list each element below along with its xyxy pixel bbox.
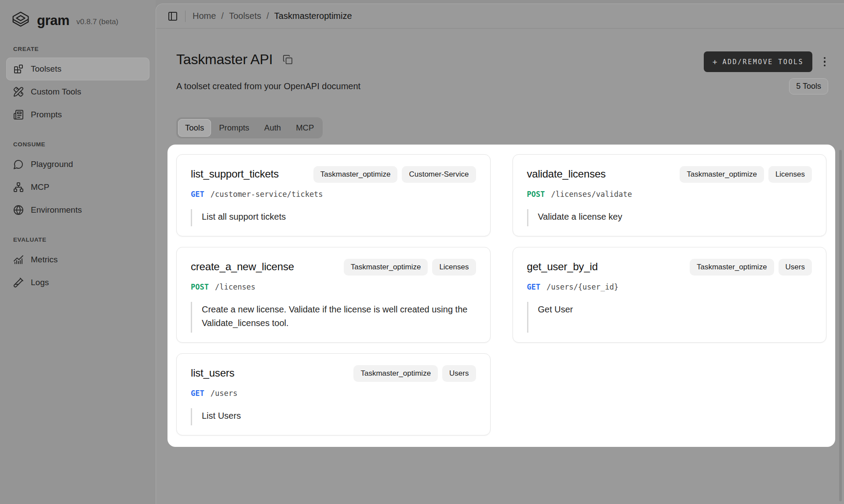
- tool-name: list_users: [191, 365, 234, 379]
- sidebar-item-playground[interactable]: Playground: [6, 153, 149, 176]
- scrollbar[interactable]: [839, 150, 842, 501]
- group-badge: Users: [442, 365, 476, 382]
- tool-name: create_a_new_license: [191, 259, 294, 273]
- tool-description: Validate a license key: [527, 209, 808, 226]
- chart-icon: [13, 254, 24, 265]
- test-tube-icon: [13, 277, 24, 288]
- kebab-menu-icon[interactable]: [821, 57, 828, 67]
- sidebar-toggle-icon[interactable]: [167, 11, 178, 22]
- tool-card-create-a-new-license[interactable]: create_a_new_license Taskmaster_optimize…: [176, 247, 491, 343]
- add-remove-tools-button[interactable]: + ADD/REMOVE TOOLS: [704, 51, 812, 72]
- tool-name: get_user_by_id: [527, 259, 598, 273]
- tool-card-validate-licenses[interactable]: validate_licenses Taskmaster_optimize Li…: [513, 154, 827, 236]
- tab-bar: Tools Prompts Auth MCP: [176, 117, 323, 138]
- endpoint-path: /licenses: [215, 283, 255, 291]
- page-subtitle: A toolset created from your OpenAPI docu…: [176, 81, 360, 91]
- copy-icon[interactable]: [283, 54, 293, 65]
- source-badge: Taskmaster_optimize: [344, 259, 428, 276]
- http-method: GET: [191, 389, 204, 398]
- blocks-icon: [13, 64, 24, 74]
- sidebar-item-metrics[interactable]: Metrics: [6, 248, 149, 271]
- tool-name: list_support_tickets: [191, 166, 279, 180]
- content: Taskmaster API + ADD/REMOVE TOOLS A tool…: [156, 29, 844, 447]
- sidebar-item-logs[interactable]: Logs: [6, 271, 149, 294]
- logo[interactable]: gram v0.8.7 (beta): [6, 8, 149, 33]
- sidebar-item-mcp[interactable]: MCP: [6, 176, 149, 199]
- tool-description: List Users: [191, 408, 472, 425]
- add-remove-tools-label: ADD/REMOVE TOOLS: [723, 58, 804, 66]
- tool-card-list-users[interactable]: list_users Taskmaster_optimize Users GET…: [176, 353, 491, 435]
- sidebar-section-evaluate: EVALUATE Metrics Logs: [6, 236, 149, 294]
- plus-icon: +: [713, 57, 717, 66]
- topbar: Home / Toolsets / Taskmasteroptimize: [156, 4, 844, 29]
- sidebar-item-label: Metrics: [31, 255, 58, 265]
- tool-card-get-user-by-id[interactable]: get_user_by_id Taskmaster_optimize Users…: [513, 247, 827, 343]
- newspaper-icon: [13, 109, 24, 120]
- endpoint-path: /licenses/validate: [551, 190, 632, 199]
- http-method: GET: [527, 283, 541, 291]
- tab-mcp[interactable]: MCP: [289, 119, 321, 137]
- chat-bubble-icon: [13, 159, 24, 170]
- breadcrumb-current: Taskmasteroptimize: [274, 11, 352, 21]
- topbar-divider: [185, 11, 186, 22]
- source-badge: Taskmaster_optimize: [690, 259, 774, 276]
- section-label: CREATE: [6, 46, 149, 52]
- app-name: gram: [37, 13, 69, 29]
- endpoint-path: /customer-service/tickets: [211, 190, 323, 199]
- network-icon: [13, 182, 24, 192]
- breadcrumb: Home / Toolsets / Taskmasteroptimize: [193, 11, 352, 21]
- section-label: CONSUME: [6, 141, 149, 148]
- sidebar-item-label: MCP: [31, 182, 49, 192]
- pencil-ruler-icon: [13, 87, 24, 97]
- sidebar-item-label: Logs: [31, 278, 49, 287]
- section-label: EVALUATE: [6, 236, 149, 243]
- group-badge: Licenses: [768, 166, 812, 183]
- tool-card-list-support-tickets[interactable]: list_support_tickets Taskmaster_optimize…: [176, 154, 491, 236]
- tool-description: Create a new license. Validate if the li…: [191, 302, 472, 333]
- source-badge: Taskmaster_optimize: [313, 166, 398, 183]
- sidebar: gram v0.8.7 (beta) CREATE Toolsets Custo…: [0, 0, 156, 504]
- main-panel: Home / Toolsets / Taskmasteroptimize Tas…: [156, 4, 844, 504]
- http-method: POST: [191, 283, 209, 291]
- sidebar-item-label: Prompts: [31, 110, 62, 120]
- sidebar-section-create: CREATE Toolsets Custom Tools Prompts: [6, 46, 149, 126]
- sidebar-item-environments[interactable]: Environments: [6, 199, 149, 221]
- sidebar-item-custom-tools[interactable]: Custom Tools: [6, 80, 149, 103]
- http-method: GET: [191, 190, 204, 199]
- group-badge: Customer-Service: [402, 166, 476, 183]
- tools-panel: list_support_tickets Taskmaster_optimize…: [167, 145, 835, 447]
- http-method: POST: [527, 190, 545, 199]
- source-badge: Taskmaster_optimize: [680, 166, 764, 183]
- tab-prompts[interactable]: Prompts: [212, 119, 256, 137]
- breadcrumb-separator: /: [221, 11, 224, 21]
- app-version: v0.8.7 (beta): [76, 18, 118, 26]
- group-badge: Licenses: [432, 259, 476, 276]
- page-title: Taskmaster API: [176, 51, 273, 68]
- endpoint-path: /users: [211, 389, 237, 398]
- tool-description: Get User: [527, 302, 808, 333]
- sidebar-item-toolsets[interactable]: Toolsets: [6, 58, 149, 80]
- tab-tools[interactable]: Tools: [178, 119, 211, 137]
- sidebar-item-prompts[interactable]: Prompts: [6, 103, 149, 126]
- breadcrumb-separator: /: [266, 11, 269, 21]
- endpoint-path: /users/{user_id}: [546, 283, 618, 291]
- sidebar-item-label: Environments: [31, 205, 82, 215]
- sidebar-section-consume: CONSUME Playground MCP Environments: [6, 141, 149, 221]
- sidebar-item-label: Toolsets: [31, 64, 62, 74]
- source-badge: Taskmaster_optimize: [353, 365, 438, 382]
- sidebar-item-label: Custom Tools: [31, 87, 81, 97]
- tab-auth[interactable]: Auth: [257, 119, 288, 137]
- breadcrumb-toolsets[interactable]: Toolsets: [229, 11, 261, 21]
- sidebar-item-label: Playground: [31, 160, 73, 169]
- group-badge: Users: [779, 259, 812, 276]
- globe-icon: [13, 205, 24, 215]
- gram-logo-icon: [11, 10, 31, 32]
- tool-description: List all support tickets: [191, 209, 472, 226]
- breadcrumb-home[interactable]: Home: [193, 11, 216, 21]
- tool-name: validate_licenses: [527, 166, 606, 180]
- tools-count-badge: 5 Tools: [789, 78, 828, 94]
